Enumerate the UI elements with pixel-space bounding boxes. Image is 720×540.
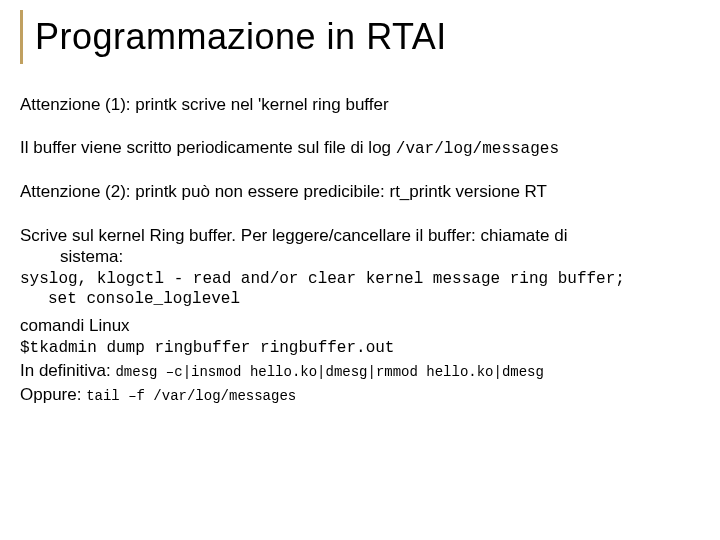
dmesg-cmd: dmesg –c|insmod hello.ko|dmesg|rmmod hel… [115,364,543,380]
alternative-label: Oppure: [20,385,86,404]
tail-cmd: tail –f /var/log/messages [86,388,296,404]
slide-title: Programmazione in RTAI [35,10,700,64]
slide-body: Attenzione (1): printk scrive nel 'kerne… [20,94,700,405]
definitive-line: In definitiva: dmesg –c|insmod hello.ko|… [20,360,700,382]
note-1: Attenzione (1): printk scrive nel 'kerne… [20,94,700,115]
syslog-line2: set console_loglevel [20,289,700,309]
slide: Programmazione in RTAI Attenzione (1): p… [0,0,720,540]
ringbuffer-intro: Scrive sul kernel Ring buffer. Per legge… [20,225,700,268]
title-bar: Programmazione in RTAI [20,10,700,64]
buffer-log-text: Il buffer viene scritto periodicamente s… [20,138,396,157]
ringbuffer-line2: sistema: [20,246,700,267]
linux-commands-label: comandi Linux [20,315,700,336]
ringbuffer-line1: Scrive sul kernel Ring buffer. Per legge… [20,225,700,246]
syslog-line1: syslog, klogctl - read and/or clear kern… [20,269,700,289]
buffer-log-line: Il buffer viene scritto periodicamente s… [20,137,700,159]
definitive-label: In definitiva: [20,361,115,380]
syslog-block: syslog, klogctl - read and/or clear kern… [20,269,700,309]
note-2: Attenzione (2): printk può non essere pr… [20,181,700,202]
log-path: /var/log/messages [396,140,559,158]
tkadmin-cmd: $tkadmin dump ringbuffer ringbuffer.out [20,338,700,358]
alternative-line: Oppure: tail –f /var/log/messages [20,384,700,406]
